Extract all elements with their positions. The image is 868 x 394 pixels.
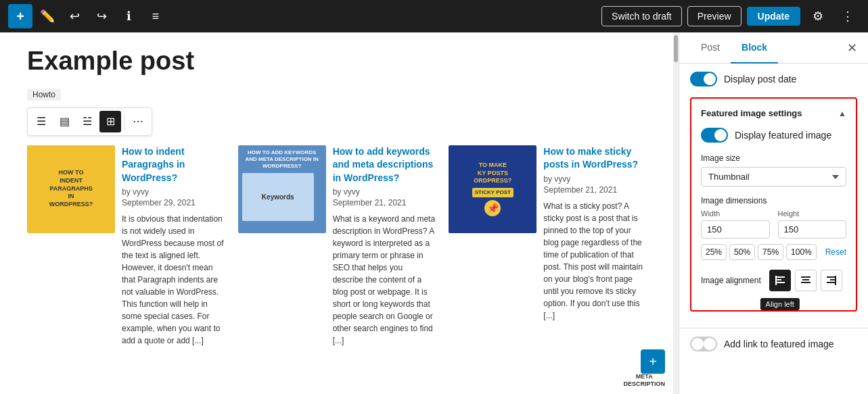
align-right-icon (827, 276, 836, 285)
panel-header: Featured image settings ▲ (701, 108, 846, 118)
post-link-1[interactable]: How to indent Paragraghs in WordPress? (122, 145, 225, 185)
post-author-1: by vyvy (122, 187, 225, 197)
display-post-date-row: Display post date (690, 72, 857, 87)
display-post-date-toggle[interactable] (690, 72, 717, 87)
list-view-tool[interactable]: ☰ (30, 111, 52, 132)
align-left-tooltip: Align left (760, 298, 800, 310)
gallery-view-tool[interactable]: ⊞ (99, 111, 121, 132)
percent-100-button[interactable]: 100% (786, 244, 817, 260)
add-block-floating-button[interactable]: + (641, 349, 665, 374)
reset-dimensions-button[interactable]: Reset (825, 247, 846, 257)
sidebar-close-button[interactable]: ✕ (847, 41, 857, 55)
featured-image-panel: Featured image settings ▲ Display featur… (690, 97, 857, 312)
post-title: Example post (27, 46, 646, 77)
svg-rect-3 (775, 276, 777, 285)
align-center-icon (801, 276, 810, 285)
svg-rect-5 (802, 279, 809, 280)
width-label: Width (701, 210, 770, 218)
post-image-2: HOW TO ADD KEYWORDS AND META DESCRIPTION… (238, 145, 326, 233)
add-link-label: Add link to featured image (724, 339, 834, 349)
dimensions-row: Width Height (701, 210, 846, 239)
svg-rect-0 (775, 276, 785, 278)
info-button[interactable]: ℹ (116, 4, 141, 28)
more-tool-button[interactable]: ⋯ (127, 111, 149, 132)
post-author-2: by vyvy (333, 187, 436, 197)
post-link-2[interactable]: How to add keywords and meta description… (333, 145, 436, 185)
display-featured-image-row: Display featured image (701, 128, 846, 143)
preview-button[interactable]: Preview (687, 6, 741, 26)
post-image-placeholder-3: TO MAKEKY POSTSORDPRESS? STICKY POST 📌 (449, 145, 536, 233)
height-field: Height (778, 210, 847, 239)
post-image-placeholder-1: HOW TOINDENTPARAGRAPHSINWORDPRESS? (27, 145, 115, 233)
add-link-row: Add link to featured image (690, 337, 857, 351)
post-image-3: TO MAKEKY POSTSORDPRESS? STICKY POST 📌 (449, 145, 536, 233)
sidebar-tabs: Post Block ✕ (679, 32, 868, 64)
editor-area: Example post Howto ☰ ▤ ☱ ⊞ ⋯ HOW TOINDEN… (0, 32, 673, 394)
post-excerpt-3: What is a sticky post? A sticky post is … (543, 200, 646, 322)
panel-collapse-icon[interactable]: ▲ (838, 109, 846, 118)
post-grid: HOW TOINDENTPARAGRAPHSINWORDPRESS? How t… (27, 145, 646, 347)
align-left-container: Align left (769, 270, 791, 291)
image-size-select[interactable]: Thumbnail Medium Large Full Size (701, 167, 846, 187)
post-date-1: September 29, 2021 (122, 198, 225, 207)
undo-button[interactable]: ↩ (62, 4, 87, 28)
image-dimensions-label: Image dimensions (701, 196, 846, 205)
add-block-button[interactable]: + (8, 4, 32, 28)
toolbar-divider (124, 114, 124, 130)
category-tag: Howto (27, 89, 61, 101)
post-item-1: HOW TOINDENTPARAGRAPHSINWORDPRESS? How t… (27, 145, 225, 347)
more-options-button[interactable]: ⋮ (836, 4, 860, 28)
percent-75-button[interactable]: 75% (758, 244, 783, 260)
editor-scrollbar[interactable] (673, 32, 679, 394)
tab-post[interactable]: Post (690, 32, 731, 64)
sidebar: Post Block ✕ Display post date Featured … (679, 32, 868, 394)
list-view-button[interactable]: ≡ (143, 4, 168, 28)
post-meta-3: How to make sticky posts in WordPress? b… (543, 145, 646, 347)
align-left-button[interactable] (769, 270, 791, 291)
lined-view-tool[interactable]: ▤ (53, 111, 75, 132)
scroll-thumb (674, 35, 678, 62)
align-left-icon (775, 276, 785, 285)
height-input[interactable] (778, 220, 847, 239)
tab-block[interactable]: Block (731, 32, 778, 64)
post-link-3[interactable]: How to make sticky posts in WordPress? (543, 145, 646, 172)
post-image-placeholder-2: HOW TO ADD KEYWORDS AND META DESCRIPTION… (238, 145, 326, 233)
align-center-button[interactable] (795, 270, 817, 291)
switch-to-draft-button[interactable]: Switch to draft (601, 6, 682, 26)
post-excerpt-2: What is a keyword and meta description i… (333, 213, 436, 347)
add-link-toggle[interactable] (690, 337, 717, 351)
percent-row: 25% 50% 75% 100% Reset (701, 244, 846, 260)
bottom-section: Add link to featured image (679, 328, 868, 370)
settings-button[interactable]: ⚙ (806, 4, 830, 28)
percent-25-button[interactable]: 25% (701, 244, 727, 260)
edit-mode-button[interactable]: ✏️ (35, 4, 60, 28)
compact-view-tool[interactable]: ☱ (76, 111, 98, 132)
image-alignment-section: Image alignment Align left (701, 270, 846, 291)
image-size-label: Image size (701, 153, 846, 163)
svg-rect-2 (775, 282, 785, 283)
image-dimensions-section: Image dimensions Width Height 25% (701, 196, 846, 260)
block-toolbar: ☰ ▤ ☱ ⊞ ⋯ (27, 107, 152, 136)
display-featured-image-toggle[interactable] (701, 128, 728, 143)
main-toolbar: + ✏️ ↩ ↪ ℹ ≡ Switch to draft Preview Upd… (0, 0, 868, 32)
redo-button[interactable]: ↪ (89, 4, 114, 28)
percent-50-button[interactable]: 50% (729, 244, 755, 260)
svg-rect-4 (801, 276, 810, 278)
svg-rect-7 (827, 276, 836, 278)
post-item-2: HOW TO ADD KEYWORDS AND META DESCRIPTION… (238, 145, 436, 347)
panel-title: Featured image settings (701, 108, 802, 118)
width-field: Width (701, 210, 770, 239)
display-post-date-label: Display post date (724, 74, 796, 84)
svg-rect-9 (827, 282, 836, 283)
post-date-3: September 21, 2021 (543, 185, 646, 195)
display-featured-image-label: Display featured image (735, 130, 831, 141)
svg-rect-6 (801, 282, 810, 283)
update-button[interactable]: Update (747, 7, 800, 26)
align-right-button[interactable] (821, 270, 842, 291)
post-author-3: by vyvy (543, 174, 646, 184)
post-date-2: September 21, 2021 (333, 198, 436, 207)
toolbar-right-actions: Switch to draft Preview Update ⚙ ⋮ (601, 4, 860, 28)
post-excerpt-1: It is obvious that indentation is not wi… (122, 213, 225, 347)
post-meta-1: How to indent Paragraghs in WordPress? b… (122, 145, 225, 347)
width-input[interactable] (701, 220, 770, 239)
